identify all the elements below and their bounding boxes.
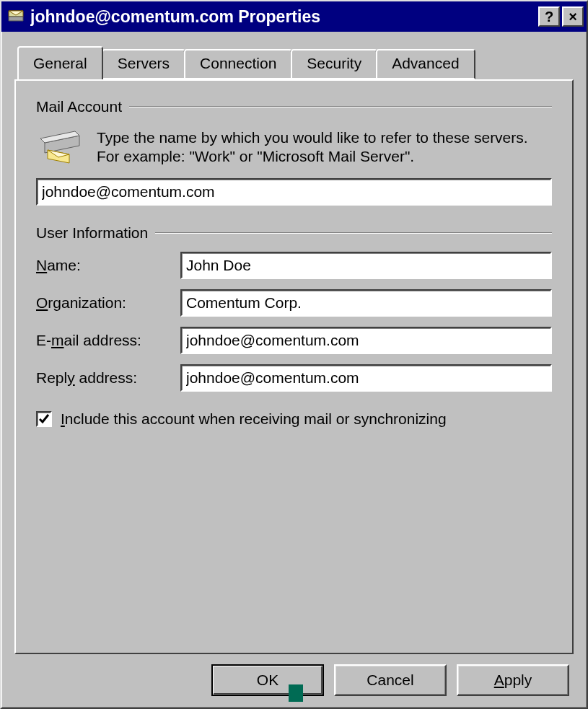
apply-button[interactable]: Apply <box>457 664 569 696</box>
checkmark-icon <box>38 413 50 425</box>
cursor-artifact <box>289 684 303 702</box>
mail-account-instruction: Type the name by which you would like to… <box>97 128 552 167</box>
mail-account-group: Mail Account Type the name by which you … <box>36 98 552 206</box>
titlebar: johndoe@comentum.com Properties ? × <box>1 1 587 32</box>
tab-advanced[interactable]: Advanced <box>376 49 475 79</box>
email-input[interactable] <box>180 327 552 354</box>
organization-input[interactable] <box>180 289 552 317</box>
name-input[interactable] <box>180 252 552 279</box>
email-label: E-mail address: <box>36 332 180 349</box>
ok-button[interactable]: OK <box>211 664 324 696</box>
include-account-checkbox[interactable] <box>36 411 52 427</box>
reply-address-label: Reply address: <box>36 369 180 387</box>
tab-security[interactable]: Security <box>291 49 377 79</box>
tab-strip: General Servers Connection Security Adva… <box>17 46 574 79</box>
svg-marker-2 <box>9 17 23 21</box>
close-button[interactable]: × <box>562 6 584 27</box>
mail-account-name-input[interactable] <box>36 178 552 206</box>
cancel-button[interactable]: Cancel <box>334 664 447 696</box>
mail-server-icon <box>40 128 84 164</box>
name-label: Name: <box>36 257 180 274</box>
user-information-group: User Information Name: Organization: <box>36 224 552 392</box>
mail-server-icon <box>6 5 26 29</box>
organization-label: Organization: <box>36 294 180 312</box>
properties-dialog: johndoe@comentum.com Properties ? × Gene… <box>0 0 588 709</box>
window-title: johndoe@comentum.com Properties <box>30 7 534 27</box>
mail-account-legend: Mail Account <box>36 98 129 115</box>
divider <box>129 106 552 107</box>
divider <box>155 232 552 234</box>
tab-panel-general: Mail Account Type the name by which you … <box>14 79 574 654</box>
tab-servers[interactable]: Servers <box>102 49 185 79</box>
tab-general[interactable]: General <box>17 46 103 81</box>
help-button[interactable]: ? <box>538 6 560 27</box>
reply-address-input[interactable] <box>180 364 552 392</box>
user-info-legend: User Information <box>36 224 155 242</box>
tab-connection[interactable]: Connection <box>184 49 292 79</box>
include-account-label: Include this account when receiving mail… <box>61 410 447 428</box>
